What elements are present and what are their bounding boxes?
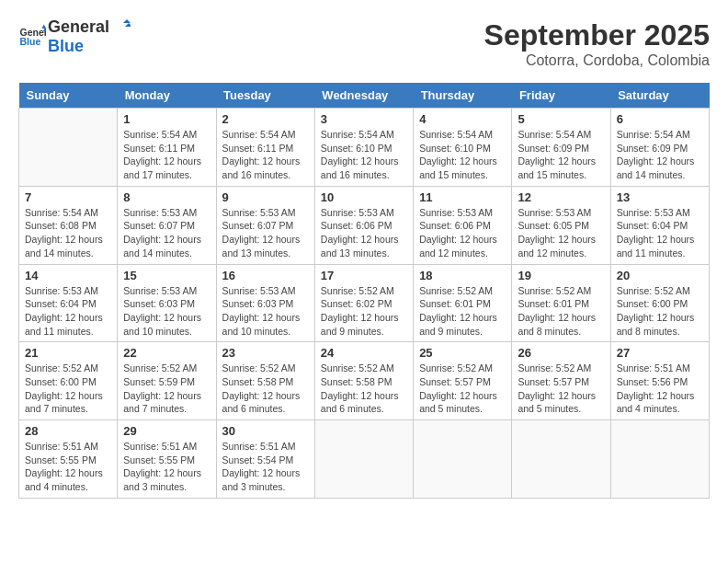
day-info: Sunrise: 5:54 AM Sunset: 6:11 PM Dayligh… bbox=[123, 128, 210, 182]
day-number: 9 bbox=[222, 190, 309, 204]
week-row-1: 1Sunrise: 5:54 AM Sunset: 6:11 PM Daylig… bbox=[19, 109, 710, 187]
day-cell: 4Sunrise: 5:54 AM Sunset: 6:10 PM Daylig… bbox=[414, 109, 512, 187]
day-info: Sunrise: 5:54 AM Sunset: 6:09 PM Dayligh… bbox=[617, 128, 703, 182]
week-row-5: 28Sunrise: 5:51 AM Sunset: 5:55 PM Dayli… bbox=[19, 420, 710, 499]
day-cell: 2Sunrise: 5:54 AM Sunset: 6:11 PM Daylig… bbox=[216, 109, 314, 187]
day-info: Sunrise: 5:51 AM Sunset: 5:54 PM Dayligh… bbox=[222, 440, 309, 494]
day-cell: 5Sunrise: 5:54 AM Sunset: 6:09 PM Daylig… bbox=[512, 109, 610, 187]
day-cell: 24Sunrise: 5:52 AM Sunset: 5:58 PM Dayli… bbox=[314, 342, 413, 420]
day-info: Sunrise: 5:53 AM Sunset: 6:04 PM Dayligh… bbox=[25, 284, 111, 339]
day-number: 2 bbox=[222, 112, 309, 126]
calendar-table: SundayMondayTuesdayWednesdayThursdayFrid… bbox=[18, 83, 710, 499]
day-number: 12 bbox=[518, 190, 604, 204]
day-cell: 19Sunrise: 5:52 AM Sunset: 6:01 PM Dayli… bbox=[512, 264, 610, 342]
day-number: 21 bbox=[25, 346, 111, 360]
day-info: Sunrise: 5:52 AM Sunset: 6:01 PM Dayligh… bbox=[518, 284, 604, 339]
day-number: 13 bbox=[617, 190, 703, 204]
day-info: Sunrise: 5:52 AM Sunset: 6:00 PM Dayligh… bbox=[25, 362, 111, 416]
day-cell: 18Sunrise: 5:52 AM Sunset: 6:01 PM Dayli… bbox=[414, 264, 512, 342]
day-cell bbox=[314, 420, 413, 499]
day-info: Sunrise: 5:53 AM Sunset: 6:06 PM Dayligh… bbox=[419, 206, 506, 260]
day-info: Sunrise: 5:54 AM Sunset: 6:10 PM Dayligh… bbox=[419, 128, 506, 182]
day-info: Sunrise: 5:52 AM Sunset: 5:59 PM Dayligh… bbox=[123, 362, 210, 416]
svg-text:Blue: Blue bbox=[20, 36, 41, 47]
day-cell: 25Sunrise: 5:52 AM Sunset: 5:57 PM Dayli… bbox=[414, 342, 512, 420]
header-tuesday: Tuesday bbox=[216, 83, 314, 109]
svg-marker-4 bbox=[123, 19, 131, 23]
logo-bird-icon bbox=[114, 19, 131, 36]
logo-icon: General Blue bbox=[18, 23, 46, 51]
day-cell: 14Sunrise: 5:53 AM Sunset: 6:04 PM Dayli… bbox=[19, 264, 118, 342]
day-number: 7 bbox=[25, 190, 111, 204]
day-info: Sunrise: 5:54 AM Sunset: 6:10 PM Dayligh… bbox=[321, 128, 407, 182]
day-number: 6 bbox=[617, 112, 703, 126]
day-number: 24 bbox=[321, 346, 407, 360]
day-number: 8 bbox=[123, 190, 210, 204]
day-cell bbox=[512, 420, 610, 499]
day-number: 4 bbox=[419, 112, 506, 126]
day-info: Sunrise: 5:52 AM Sunset: 5:58 PM Dayligh… bbox=[222, 362, 309, 416]
day-number: 19 bbox=[518, 269, 604, 282]
day-cell: 22Sunrise: 5:52 AM Sunset: 5:59 PM Dayli… bbox=[118, 342, 216, 420]
day-number: 29 bbox=[123, 424, 210, 438]
day-number: 25 bbox=[419, 346, 506, 360]
title-block: September 2025 Cotorra, Cordoba, Colombi… bbox=[484, 18, 710, 69]
day-cell: 21Sunrise: 5:52 AM Sunset: 6:00 PM Dayli… bbox=[19, 342, 118, 420]
day-info: Sunrise: 5:52 AM Sunset: 6:01 PM Dayligh… bbox=[419, 284, 506, 339]
day-info: Sunrise: 5:53 AM Sunset: 6:04 PM Dayligh… bbox=[617, 206, 703, 260]
day-cell bbox=[610, 420, 709, 499]
day-cell: 10Sunrise: 5:53 AM Sunset: 6:06 PM Dayli… bbox=[314, 186, 413, 264]
day-number: 17 bbox=[321, 269, 407, 282]
header-thursday: Thursday bbox=[414, 83, 512, 109]
day-number: 27 bbox=[617, 346, 703, 360]
location: Cotorra, Cordoba, Colombia bbox=[484, 52, 710, 69]
logo-general: General bbox=[48, 17, 109, 36]
month-title: September 2025 bbox=[484, 18, 710, 52]
day-cell: 9Sunrise: 5:53 AM Sunset: 6:07 PM Daylig… bbox=[216, 186, 314, 264]
day-cell bbox=[19, 109, 118, 187]
day-number: 28 bbox=[25, 424, 111, 438]
svg-marker-5 bbox=[125, 23, 131, 27]
day-number: 20 bbox=[617, 269, 703, 282]
day-info: Sunrise: 5:52 AM Sunset: 5:58 PM Dayligh… bbox=[321, 362, 407, 416]
header-monday: Monday bbox=[118, 83, 216, 109]
day-info: Sunrise: 5:52 AM Sunset: 5:57 PM Dayligh… bbox=[518, 362, 604, 416]
day-info: Sunrise: 5:52 AM Sunset: 6:02 PM Dayligh… bbox=[321, 284, 407, 339]
day-cell: 13Sunrise: 5:53 AM Sunset: 6:04 PM Dayli… bbox=[610, 186, 709, 264]
day-info: Sunrise: 5:53 AM Sunset: 6:05 PM Dayligh… bbox=[518, 206, 604, 260]
day-number: 23 bbox=[222, 346, 309, 360]
header-wednesday: Wednesday bbox=[314, 83, 413, 109]
day-cell: 12Sunrise: 5:53 AM Sunset: 6:05 PM Dayli… bbox=[512, 186, 610, 264]
logo-blue: Blue bbox=[48, 37, 131, 56]
day-info: Sunrise: 5:54 AM Sunset: 6:09 PM Dayligh… bbox=[518, 128, 604, 182]
day-cell: 27Sunrise: 5:51 AM Sunset: 5:56 PM Dayli… bbox=[610, 342, 709, 420]
day-info: Sunrise: 5:53 AM Sunset: 6:03 PM Dayligh… bbox=[123, 284, 210, 339]
day-info: Sunrise: 5:53 AM Sunset: 6:07 PM Dayligh… bbox=[222, 206, 309, 260]
day-number: 26 bbox=[518, 346, 604, 360]
day-cell: 29Sunrise: 5:51 AM Sunset: 5:55 PM Dayli… bbox=[118, 420, 216, 499]
day-info: Sunrise: 5:51 AM Sunset: 5:56 PM Dayligh… bbox=[617, 362, 703, 416]
day-cell: 7Sunrise: 5:54 AM Sunset: 6:08 PM Daylig… bbox=[19, 186, 118, 264]
day-number: 30 bbox=[222, 424, 309, 438]
day-info: Sunrise: 5:51 AM Sunset: 5:55 PM Dayligh… bbox=[123, 440, 210, 494]
week-row-2: 7Sunrise: 5:54 AM Sunset: 6:08 PM Daylig… bbox=[19, 186, 710, 264]
day-cell: 11Sunrise: 5:53 AM Sunset: 6:06 PM Dayli… bbox=[414, 186, 512, 264]
day-cell: 3Sunrise: 5:54 AM Sunset: 6:10 PM Daylig… bbox=[314, 109, 413, 187]
day-cell: 23Sunrise: 5:52 AM Sunset: 5:58 PM Dayli… bbox=[216, 342, 314, 420]
week-row-4: 21Sunrise: 5:52 AM Sunset: 6:00 PM Dayli… bbox=[19, 342, 710, 420]
day-info: Sunrise: 5:53 AM Sunset: 6:03 PM Dayligh… bbox=[222, 284, 309, 339]
day-cell: 17Sunrise: 5:52 AM Sunset: 6:02 PM Dayli… bbox=[314, 264, 413, 342]
day-number: 14 bbox=[25, 269, 111, 282]
day-cell: 30Sunrise: 5:51 AM Sunset: 5:54 PM Dayli… bbox=[216, 420, 314, 499]
header-sunday: Sunday bbox=[19, 83, 118, 109]
day-number: 16 bbox=[222, 269, 309, 282]
day-info: Sunrise: 5:52 AM Sunset: 6:00 PM Dayligh… bbox=[617, 284, 703, 339]
logo: General Blue General Blue bbox=[18, 18, 131, 56]
day-cell: 26Sunrise: 5:52 AM Sunset: 5:57 PM Dayli… bbox=[512, 342, 610, 420]
day-number: 22 bbox=[123, 346, 210, 360]
day-info: Sunrise: 5:54 AM Sunset: 6:08 PM Dayligh… bbox=[25, 206, 111, 260]
header-row: SundayMondayTuesdayWednesdayThursdayFrid… bbox=[19, 83, 710, 109]
day-number: 18 bbox=[419, 269, 506, 282]
day-cell bbox=[414, 420, 512, 499]
day-info: Sunrise: 5:54 AM Sunset: 6:11 PM Dayligh… bbox=[222, 128, 309, 182]
